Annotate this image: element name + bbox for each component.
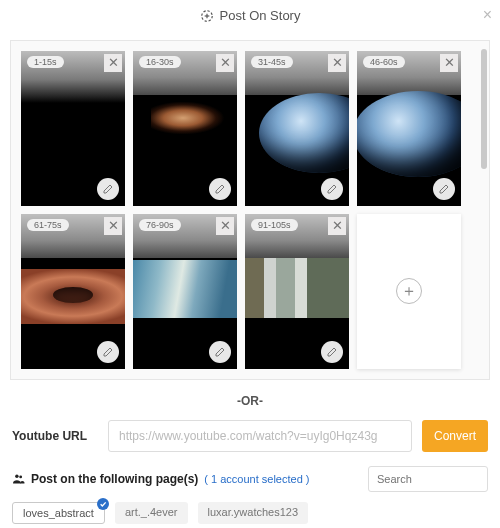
clips-panel: 1-15s ✕ 16-30s ✕ 31-45s ✕ 46-60s ✕	[10, 40, 490, 380]
clips-grid: 1-15s ✕ 16-30s ✕ 31-45s ✕ 46-60s ✕	[21, 51, 485, 369]
edit-clip-icon[interactable]	[433, 178, 455, 200]
users-icon	[12, 472, 25, 485]
accounts-selected-note: ( 1 account selected )	[204, 473, 309, 485]
or-separator: -OR-	[0, 380, 500, 416]
account-chips: loves_abstract art._.4ever luxar.ywatche…	[0, 498, 500, 529]
story-clip[interactable]: 31-45s ✕	[245, 51, 349, 206]
duration-badge: 31-45s	[251, 56, 293, 68]
remove-clip-icon[interactable]: ✕	[104, 217, 122, 235]
modal-title: Post On Story	[220, 8, 301, 23]
remove-clip-icon[interactable]: ✕	[440, 54, 458, 72]
duration-badge: 91-105s	[251, 219, 298, 231]
account-search-input[interactable]	[368, 466, 488, 492]
edit-clip-icon[interactable]	[321, 178, 343, 200]
close-icon[interactable]: ×	[483, 6, 492, 24]
remove-clip-icon[interactable]: ✕	[216, 217, 234, 235]
edit-clip-icon[interactable]	[97, 178, 119, 200]
youtube-url-input[interactable]	[108, 420, 412, 452]
modal-header: Post On Story ×	[0, 0, 500, 32]
svg-point-3	[15, 475, 18, 478]
duration-badge: 61-75s	[27, 219, 69, 231]
duration-badge: 76-90s	[139, 219, 181, 231]
account-chip-label: luxar.ywatches123	[208, 506, 299, 518]
edit-clip-icon[interactable]	[97, 341, 119, 363]
duration-badge: 46-60s	[363, 56, 405, 68]
account-chip-label: loves_abstract	[23, 507, 94, 519]
account-chip[interactable]: loves_abstract	[12, 502, 105, 524]
post-story-icon	[200, 9, 214, 23]
account-chip[interactable]: luxar.ywatches123	[198, 502, 309, 524]
edit-clip-icon[interactable]	[209, 341, 231, 363]
story-clip[interactable]: 46-60s ✕	[357, 51, 461, 206]
svg-point-4	[19, 475, 22, 478]
edit-clip-icon[interactable]	[209, 178, 231, 200]
pages-lead-label: Post on the following page(s)	[31, 472, 198, 486]
account-chip-label: art._.4ever	[125, 506, 178, 518]
remove-clip-icon[interactable]: ✕	[216, 54, 234, 72]
check-icon	[97, 498, 109, 510]
plus-icon: ＋	[396, 278, 422, 304]
story-clip[interactable]: 91-105s ✕	[245, 214, 349, 369]
duration-badge: 1-15s	[27, 56, 64, 68]
add-clip-card[interactable]: ＋	[357, 214, 461, 369]
story-clip[interactable]: 16-30s ✕	[133, 51, 237, 206]
remove-clip-icon[interactable]: ✕	[104, 54, 122, 72]
story-clip[interactable]: 1-15s ✕	[21, 51, 125, 206]
pages-row: Post on the following page(s) ( 1 accoun…	[0, 456, 500, 498]
remove-clip-icon[interactable]: ✕	[328, 54, 346, 72]
convert-button[interactable]: Convert	[422, 420, 488, 452]
account-chip[interactable]: art._.4ever	[115, 502, 188, 524]
youtube-label: Youtube URL	[12, 429, 98, 443]
youtube-row: Youtube URL Convert	[0, 416, 500, 456]
duration-badge: 16-30s	[139, 56, 181, 68]
remove-clip-icon[interactable]: ✕	[328, 217, 346, 235]
edit-clip-icon[interactable]	[321, 341, 343, 363]
story-clip[interactable]: 76-90s ✕	[133, 214, 237, 369]
scrollbar[interactable]	[481, 49, 487, 371]
story-clip[interactable]: 61-75s ✕	[21, 214, 125, 369]
